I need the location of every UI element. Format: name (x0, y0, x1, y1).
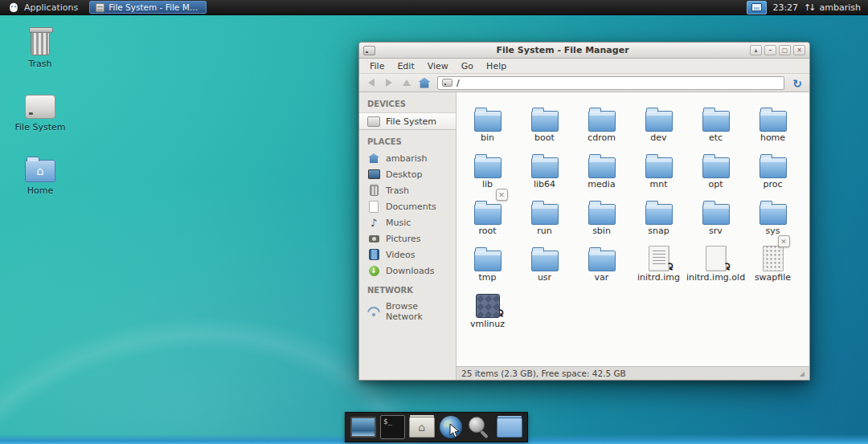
sidebar-item[interactable]: ambarish (359, 150, 456, 166)
sidebar-item[interactable]: Music (359, 214, 456, 230)
resize-grip[interactable]: ◢ (800, 370, 805, 377)
home-button[interactable] (416, 75, 432, 91)
file-item[interactable]: lib64 (516, 143, 573, 189)
file-item[interactable]: mnt (630, 143, 687, 189)
sidebar-item-icon (367, 185, 380, 196)
path-input[interactable] (457, 78, 780, 88)
file-glyph (474, 251, 502, 271)
sidebar-item-label: Pictures (386, 234, 421, 244)
file-item-label: mnt (650, 179, 668, 189)
file-item[interactable]: opt (687, 143, 744, 189)
file-manager-window: File System - File Manager FileEditViewG… (358, 42, 810, 381)
file-item-icon (702, 148, 730, 178)
desktop-icon[interactable]: Trash (11, 24, 69, 69)
file-item[interactable]: cdrom (573, 96, 630, 143)
dock-icon[interactable] (409, 414, 435, 440)
file-glyph (760, 157, 787, 178)
desktop-icon[interactable]: File System (11, 88, 69, 132)
up-button[interactable] (399, 75, 415, 91)
file-item[interactable]: sys (744, 189, 801, 236)
sidebar-item[interactable]: Pictures (359, 230, 456, 246)
menu-item[interactable]: Help (480, 59, 513, 73)
taskbar-window-label: File System - File Mana... (108, 2, 200, 12)
home-icon (419, 78, 431, 88)
file-glyph (588, 251, 616, 271)
symlink-emblem-icon (722, 262, 732, 272)
file-item-icon (531, 101, 559, 132)
window-title: File System - File Manager (379, 45, 747, 55)
sidebar-item[interactable]: Trash (359, 182, 456, 198)
file-item[interactable]: usr (516, 236, 573, 283)
file-item[interactable]: root (459, 189, 516, 236)
menu-item[interactable]: File (363, 59, 391, 73)
sidebar-item[interactable]: Documents (359, 198, 456, 214)
sidebar-item[interactable]: File System (359, 112, 456, 130)
taskbar-window-button[interactable]: File System - File Mana... (89, 1, 207, 14)
sidebar-item-label: Desktop (386, 169, 422, 180)
file-item[interactable]: bin (459, 96, 516, 143)
sidebar-item[interactable]: Downloads (359, 263, 456, 279)
file-item[interactable]: boot (516, 96, 573, 143)
path-bar[interactable] (437, 76, 784, 90)
file-item[interactable]: lib (459, 143, 516, 189)
file-glyph (588, 204, 616, 225)
file-item[interactable]: sbin (573, 189, 630, 236)
menu-item[interactable]: Edit (391, 59, 420, 73)
sidebar-item[interactable]: Desktop (359, 166, 456, 182)
dock-icon[interactable] (350, 414, 376, 440)
back-arrow-icon (368, 79, 375, 87)
maximize-button[interactable] (779, 45, 791, 55)
shade-button[interactable] (750, 45, 762, 55)
file-item[interactable]: initrd.img.old (687, 236, 744, 283)
file-glyph (531, 157, 559, 178)
file-item[interactable]: initrd.img (630, 236, 687, 283)
file-glyph (474, 111, 502, 132)
file-item[interactable]: run (516, 189, 573, 236)
sidebar-section: DEVICES File System (359, 92, 456, 130)
file-item[interactable]: etc (687, 96, 744, 143)
file-item[interactable]: dev (630, 96, 687, 143)
minimize-button[interactable] (764, 45, 776, 55)
mouse-cursor-icon (449, 423, 461, 439)
file-item[interactable]: vmlinuz (459, 283, 516, 329)
file-item[interactable]: var (573, 236, 630, 283)
file-item[interactable]: tmp (459, 236, 516, 283)
sidebar-section-header: DEVICES (359, 92, 456, 112)
file-item-label: cdrom (588, 132, 616, 143)
reload-button[interactable] (789, 75, 805, 91)
file-item[interactable]: srv (687, 189, 744, 236)
dock-icon[interactable] (379, 414, 405, 440)
desktop-icon[interactable]: Home (11, 151, 69, 196)
dock-icon[interactable] (467, 414, 493, 440)
close-button[interactable] (793, 45, 805, 55)
file-item[interactable]: media (573, 143, 630, 189)
menu-item[interactable]: Go (455, 59, 480, 73)
sidebar-item-icon (367, 116, 380, 127)
forward-button[interactable] (381, 75, 397, 91)
session-username[interactable]: ambarish (820, 2, 861, 13)
clock[interactable]: 23:27 (772, 2, 798, 13)
back-button[interactable] (363, 75, 379, 91)
file-glyph (531, 251, 559, 271)
tray-display-button[interactable] (747, 1, 767, 14)
dock-icon[interactable] (497, 414, 522, 440)
sidebar-item[interactable]: Videos (359, 246, 456, 263)
file-glyph (760, 204, 787, 225)
applications-menu-button[interactable]: Applications (0, 0, 86, 14)
file-item-label: boot (534, 132, 555, 143)
file-item-icon (474, 101, 502, 132)
file-glyph (645, 157, 673, 178)
file-item[interactable]: home (744, 96, 801, 143)
file-item-label: etc (709, 132, 723, 143)
file-item[interactable]: snap (630, 189, 687, 236)
sidebar: DEVICES File System PLACES amb (359, 92, 457, 380)
window-titlebar[interactable]: File System - File Manager (359, 43, 809, 59)
desktop-icons: Trash File System Home (11, 24, 69, 214)
top-panel: Applications File System - File Mana... … (0, 0, 868, 15)
sidebar-item[interactable]: Browse Network (359, 299, 456, 324)
file-item[interactable]: proc (744, 143, 801, 189)
menu-item[interactable]: View (421, 59, 455, 73)
file-item[interactable]: swapfile (744, 236, 801, 283)
file-item-icon (645, 194, 673, 225)
sidebar-item-icon (367, 217, 380, 228)
